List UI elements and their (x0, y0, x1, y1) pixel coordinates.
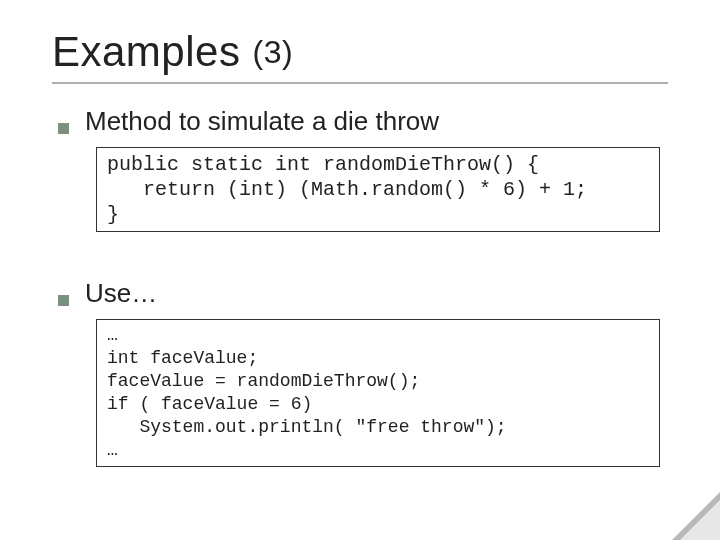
bullet-icon (58, 295, 69, 306)
title-rule (52, 82, 668, 84)
code-box-1: public static int randomDieThrow() { ret… (96, 147, 660, 232)
title-paren: (3) (253, 34, 294, 70)
bullet-text-1: Method to simulate a die throw (85, 106, 439, 137)
bullet-icon (58, 123, 69, 134)
bullet-item-2: Use… (58, 278, 668, 309)
slide-title: Examples (3) (52, 28, 668, 76)
bullet-item-1: Method to simulate a die throw (58, 106, 668, 137)
page-corner-fold-icon (672, 492, 720, 540)
spacer (52, 240, 668, 266)
title-main: Examples (52, 28, 240, 75)
code-box-2: … int faceValue; faceValue = randomDieTh… (96, 319, 660, 467)
slide: Examples (3) Method to simulate a die th… (0, 0, 720, 540)
bullet-text-2: Use… (85, 278, 157, 309)
